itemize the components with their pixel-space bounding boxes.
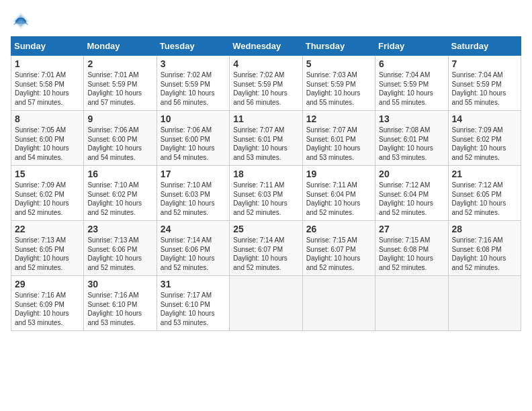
day-number: 11 bbox=[233, 113, 298, 124]
calendar-cell: 30Sunrise: 7:16 AMSunset: 6:10 PMDayligh… bbox=[84, 276, 157, 331]
day-number: 1 bbox=[15, 58, 80, 69]
col-header-sunday: Sunday bbox=[11, 37, 84, 56]
calendar-cell: 28Sunrise: 7:16 AMSunset: 6:08 PMDayligh… bbox=[448, 221, 521, 276]
calendar-header-row: SundayMondayTuesdayWednesdayThursdayFrid… bbox=[11, 37, 521, 56]
logo-icon bbox=[11, 11, 31, 31]
calendar-cell: 24Sunrise: 7:14 AMSunset: 6:06 PMDayligh… bbox=[157, 221, 229, 276]
day-number: 13 bbox=[379, 113, 444, 124]
day-number: 24 bbox=[161, 224, 226, 234]
calendar-cell bbox=[375, 276, 448, 331]
day-info: Sunrise: 7:13 AMSunset: 6:06 PMDaylight:… bbox=[87, 236, 152, 272]
day-info: Sunrise: 7:08 AMSunset: 6:01 PMDaylight:… bbox=[379, 126, 444, 162]
day-info: Sunrise: 7:09 AMSunset: 6:02 PMDaylight:… bbox=[452, 126, 517, 162]
day-info: Sunrise: 7:11 AMSunset: 6:03 PMDaylight:… bbox=[233, 181, 298, 217]
calendar-cell: 18Sunrise: 7:11 AMSunset: 6:03 PMDayligh… bbox=[230, 166, 302, 221]
day-info: Sunrise: 7:14 AMSunset: 6:07 PMDaylight:… bbox=[233, 236, 298, 272]
day-info: Sunrise: 7:17 AMSunset: 6:10 PMDaylight:… bbox=[161, 291, 226, 327]
day-info: Sunrise: 7:16 AMSunset: 6:08 PMDaylight:… bbox=[452, 236, 517, 272]
day-info: Sunrise: 7:16 AMSunset: 6:10 PMDaylight:… bbox=[87, 291, 152, 327]
calendar-cell: 10Sunrise: 7:06 AMSunset: 6:00 PMDayligh… bbox=[157, 111, 229, 166]
calendar-cell: 15Sunrise: 7:09 AMSunset: 6:02 PMDayligh… bbox=[11, 166, 84, 221]
calendar-week-row: 22Sunrise: 7:13 AMSunset: 6:05 PMDayligh… bbox=[11, 221, 521, 276]
day-info: Sunrise: 7:02 AMSunset: 5:59 PMDaylight:… bbox=[233, 71, 298, 107]
day-number: 18 bbox=[233, 169, 298, 179]
day-number: 21 bbox=[452, 169, 517, 179]
day-number: 20 bbox=[379, 169, 444, 179]
logo bbox=[11, 11, 34, 31]
day-number: 19 bbox=[306, 169, 371, 179]
day-number: 5 bbox=[306, 58, 371, 69]
day-info: Sunrise: 7:02 AMSunset: 5:59 PMDaylight:… bbox=[161, 71, 226, 107]
calendar-cell: 8Sunrise: 7:05 AMSunset: 6:00 PMDaylight… bbox=[11, 111, 84, 166]
col-header-monday: Monday bbox=[84, 37, 157, 56]
calendar-cell: 17Sunrise: 7:10 AMSunset: 6:03 PMDayligh… bbox=[157, 166, 229, 221]
col-header-saturday: Saturday bbox=[448, 37, 521, 56]
day-number: 16 bbox=[87, 169, 152, 179]
calendar-cell: 13Sunrise: 7:08 AMSunset: 6:01 PMDayligh… bbox=[375, 111, 448, 166]
col-header-wednesday: Wednesday bbox=[230, 37, 302, 56]
col-header-thursday: Thursday bbox=[302, 37, 375, 56]
calendar-cell: 19Sunrise: 7:11 AMSunset: 6:04 PMDayligh… bbox=[302, 166, 375, 221]
day-number: 2 bbox=[87, 58, 152, 69]
day-number: 29 bbox=[15, 279, 80, 289]
day-info: Sunrise: 7:15 AMSunset: 6:07 PMDaylight:… bbox=[306, 236, 371, 272]
day-info: Sunrise: 7:01 AMSunset: 5:59 PMDaylight:… bbox=[87, 71, 152, 107]
calendar-cell: 27Sunrise: 7:15 AMSunset: 6:08 PMDayligh… bbox=[375, 221, 448, 276]
day-info: Sunrise: 7:07 AMSunset: 6:01 PMDaylight:… bbox=[233, 126, 298, 162]
day-number: 22 bbox=[15, 224, 80, 234]
calendar-cell: 23Sunrise: 7:13 AMSunset: 6:06 PMDayligh… bbox=[84, 221, 157, 276]
calendar-cell: 12Sunrise: 7:07 AMSunset: 6:01 PMDayligh… bbox=[302, 111, 375, 166]
day-info: Sunrise: 7:06 AMSunset: 6:00 PMDaylight:… bbox=[87, 126, 152, 162]
day-info: Sunrise: 7:12 AMSunset: 6:04 PMDaylight:… bbox=[379, 181, 444, 217]
day-info: Sunrise: 7:15 AMSunset: 6:08 PMDaylight:… bbox=[379, 236, 444, 272]
day-number: 3 bbox=[161, 58, 226, 69]
day-number: 12 bbox=[306, 113, 371, 124]
calendar-cell: 26Sunrise: 7:15 AMSunset: 6:07 PMDayligh… bbox=[302, 221, 375, 276]
page-header bbox=[11, 11, 521, 31]
calendar-cell: 11Sunrise: 7:07 AMSunset: 6:01 PMDayligh… bbox=[230, 111, 302, 166]
calendar-week-row: 29Sunrise: 7:16 AMSunset: 6:09 PMDayligh… bbox=[11, 276, 521, 331]
calendar-cell: 1Sunrise: 7:01 AMSunset: 5:58 PMDaylight… bbox=[11, 56, 84, 111]
day-number: 26 bbox=[306, 224, 371, 234]
day-number: 9 bbox=[87, 113, 152, 124]
day-info: Sunrise: 7:06 AMSunset: 6:00 PMDaylight:… bbox=[161, 126, 226, 162]
day-number: 27 bbox=[379, 224, 444, 234]
day-info: Sunrise: 7:14 AMSunset: 6:06 PMDaylight:… bbox=[161, 236, 226, 272]
calendar-table: SundayMondayTuesdayWednesdayThursdayFrid… bbox=[11, 36, 521, 331]
day-info: Sunrise: 7:11 AMSunset: 6:04 PMDaylight:… bbox=[306, 181, 371, 217]
day-info: Sunrise: 7:13 AMSunset: 6:05 PMDaylight:… bbox=[15, 236, 80, 272]
calendar-week-row: 8Sunrise: 7:05 AMSunset: 6:00 PMDaylight… bbox=[11, 111, 521, 166]
day-number: 8 bbox=[15, 113, 80, 124]
calendar-cell: 4Sunrise: 7:02 AMSunset: 5:59 PMDaylight… bbox=[230, 56, 302, 111]
day-info: Sunrise: 7:01 AMSunset: 5:58 PMDaylight:… bbox=[15, 71, 80, 107]
day-number: 28 bbox=[452, 224, 517, 234]
calendar-cell: 3Sunrise: 7:02 AMSunset: 5:59 PMDaylight… bbox=[157, 56, 229, 111]
day-number: 23 bbox=[87, 224, 152, 234]
day-number: 10 bbox=[161, 113, 226, 124]
day-number: 31 bbox=[161, 279, 226, 289]
day-number: 17 bbox=[161, 169, 226, 179]
day-info: Sunrise: 7:03 AMSunset: 5:59 PMDaylight:… bbox=[306, 71, 371, 107]
calendar-cell bbox=[448, 276, 521, 331]
calendar-week-row: 15Sunrise: 7:09 AMSunset: 6:02 PMDayligh… bbox=[11, 166, 521, 221]
calendar-week-row: 1Sunrise: 7:01 AMSunset: 5:58 PMDaylight… bbox=[11, 56, 521, 111]
day-number: 6 bbox=[379, 58, 444, 69]
day-number: 30 bbox=[87, 279, 152, 289]
col-header-tuesday: Tuesday bbox=[157, 37, 229, 56]
day-info: Sunrise: 7:16 AMSunset: 6:09 PMDaylight:… bbox=[15, 291, 80, 327]
day-number: 4 bbox=[233, 58, 298, 69]
calendar-cell: 9Sunrise: 7:06 AMSunset: 6:00 PMDaylight… bbox=[84, 111, 157, 166]
day-number: 25 bbox=[233, 224, 298, 234]
calendar-cell: 22Sunrise: 7:13 AMSunset: 6:05 PMDayligh… bbox=[11, 221, 84, 276]
day-info: Sunrise: 7:10 AMSunset: 6:02 PMDaylight:… bbox=[87, 181, 152, 217]
day-info: Sunrise: 7:07 AMSunset: 6:01 PMDaylight:… bbox=[306, 126, 371, 162]
calendar-cell: 29Sunrise: 7:16 AMSunset: 6:09 PMDayligh… bbox=[11, 276, 84, 331]
day-info: Sunrise: 7:05 AMSunset: 6:00 PMDaylight:… bbox=[15, 126, 80, 162]
day-number: 7 bbox=[452, 58, 517, 69]
calendar-cell bbox=[230, 276, 302, 331]
col-header-friday: Friday bbox=[375, 37, 448, 56]
calendar-cell: 20Sunrise: 7:12 AMSunset: 6:04 PMDayligh… bbox=[375, 166, 448, 221]
calendar-cell: 16Sunrise: 7:10 AMSunset: 6:02 PMDayligh… bbox=[84, 166, 157, 221]
day-number: 14 bbox=[452, 113, 517, 124]
day-info: Sunrise: 7:09 AMSunset: 6:02 PMDaylight:… bbox=[15, 181, 80, 217]
